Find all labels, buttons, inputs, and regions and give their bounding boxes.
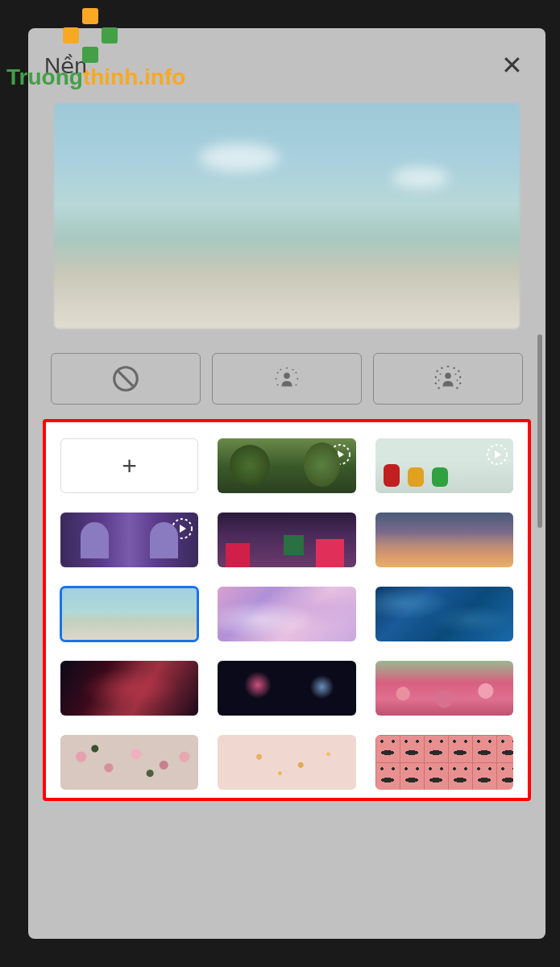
plus-icon: + (122, 451, 137, 481)
background-tile-pattern[interactable] (375, 735, 513, 790)
background-tile-ocean[interactable] (375, 587, 513, 641)
animated-icon (486, 443, 508, 466)
animated-icon (171, 517, 193, 540)
background-preview (54, 103, 520, 329)
svg-point-20 (435, 382, 437, 384)
background-tile-pink-clouds[interactable] (218, 587, 355, 641)
background-tile-nebula[interactable] (60, 661, 198, 716)
svg-point-27 (456, 380, 458, 381)
svg-point-21 (459, 382, 461, 384)
background-tile-blossom[interactable] (60, 735, 198, 790)
svg-point-16 (453, 367, 454, 368)
background-tile-classroom[interactable] (375, 438, 513, 493)
person-blur-strong-icon (433, 363, 463, 394)
animated-icon (329, 443, 351, 466)
svg-point-13 (436, 370, 438, 371)
svg-point-11 (295, 384, 297, 386)
svg-point-26 (438, 380, 440, 381)
svg-point-5 (286, 367, 288, 369)
slight-blur-button[interactable] (212, 353, 362, 405)
background-tile-festival[interactable] (218, 513, 355, 567)
background-tile-flowers[interactable] (375, 661, 513, 716)
svg-point-22 (438, 387, 439, 388)
background-settings-modal: Nền ✕ (28, 28, 545, 939)
svg-point-14 (441, 367, 442, 368)
scrollbar[interactable] (537, 334, 542, 528)
background-tile-beach[interactable] (60, 587, 198, 641)
effect-buttons-row (44, 353, 529, 405)
svg-point-10 (277, 384, 279, 386)
add-background-tile[interactable]: + (60, 438, 198, 493)
svg-point-4 (280, 369, 281, 371)
backgrounds-panel-highlighted: + (43, 419, 531, 801)
svg-point-9 (297, 378, 298, 380)
close-button[interactable]: ✕ (495, 52, 529, 78)
background-tile-cave[interactable] (60, 513, 198, 567)
backgrounds-grid: + (60, 438, 513, 790)
close-icon: ✕ (501, 51, 523, 80)
svg-line-1 (118, 371, 135, 388)
background-tile-sunset[interactable] (375, 513, 513, 567)
svg-point-6 (292, 369, 294, 371)
svg-point-2 (284, 372, 290, 379)
background-tile-forest[interactable] (218, 438, 355, 493)
svg-point-19 (459, 376, 461, 378)
strong-blur-button[interactable] (373, 353, 523, 405)
svg-point-17 (458, 370, 459, 371)
svg-point-8 (276, 378, 277, 380)
svg-point-15 (447, 366, 449, 367)
svg-point-7 (295, 371, 297, 373)
svg-point-25 (455, 373, 457, 375)
modal-title: Nền (44, 52, 87, 79)
svg-point-3 (277, 371, 279, 373)
no-effect-button[interactable] (51, 353, 201, 405)
background-tile-fireworks[interactable] (218, 661, 355, 716)
person-blur-light-icon (272, 363, 302, 394)
svg-point-23 (456, 387, 458, 388)
svg-point-18 (435, 376, 437, 378)
svg-point-12 (445, 372, 451, 379)
background-tile-sparkle[interactable] (218, 735, 355, 790)
no-effect-icon (110, 363, 141, 394)
svg-point-24 (440, 373, 442, 375)
